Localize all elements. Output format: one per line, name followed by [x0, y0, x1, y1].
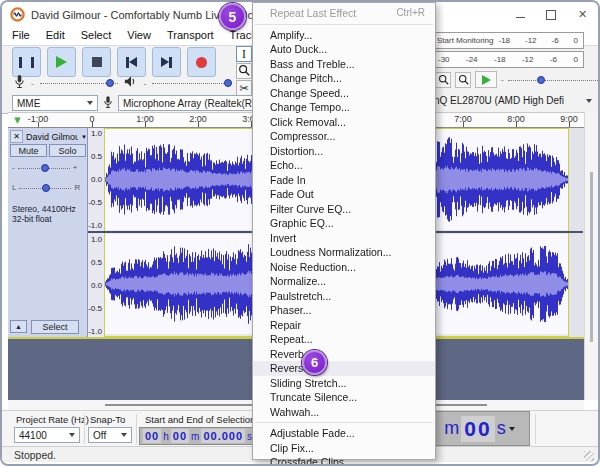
playback-device-dropdown[interactable]: nQ EL2870U (AMD High Defi	[434, 95, 592, 106]
menu-item-click-removal[interactable]: Click Removal...	[253, 115, 435, 130]
playback-volume-slider[interactable]	[152, 79, 232, 87]
speaker-icon	[124, 74, 138, 92]
menu-item-clip-fix[interactable]: Clip Fix...	[253, 441, 435, 456]
menu-item-change-speed[interactable]: Change Speed...	[253, 86, 435, 101]
record-button[interactable]	[187, 47, 216, 77]
menu-item-filter-curve-eq[interactable]: Filter Curve EQ...	[253, 202, 435, 217]
selection-tool-button[interactable]: I	[236, 46, 252, 62]
play-speed-slider[interactable]	[508, 76, 600, 84]
slider-thumb[interactable]	[224, 79, 232, 87]
menubar-item-view[interactable]: View	[119, 27, 159, 45]
menu-item-label: Clip Fix...	[270, 441, 314, 456]
mute-button[interactable]: Mute	[10, 144, 47, 157]
window-controls: ✕	[516, 2, 588, 27]
menu-item-fade-out[interactable]: Fade Out	[253, 187, 435, 202]
menu-item-phaser[interactable]: Phaser...	[253, 303, 435, 318]
maximize-button[interactable]	[546, 10, 556, 20]
menu-item-label: Amplify...	[270, 28, 312, 43]
slider-thumb[interactable]	[537, 76, 545, 84]
recording-volume-slider[interactable]	[40, 79, 118, 87]
menu-item-reverse[interactable]: Reverse	[253, 361, 435, 376]
stop-button[interactable]	[82, 47, 111, 77]
selection-start-time-field[interactable]: 00h00m00.000s	[139, 427, 264, 445]
menu-item-noise-reduction[interactable]: Noise Reduction...	[253, 260, 435, 275]
slider-thumb[interactable]	[42, 184, 50, 192]
menu-item-change-tempo[interactable]: Change Tempo...	[253, 100, 435, 115]
track-collapse-button[interactable]: ▲	[10, 320, 27, 333]
zoom-tool-button[interactable]	[236, 63, 252, 79]
menubar-item-select[interactable]: Select	[73, 27, 120, 45]
track-name[interactable]: David Gilmou	[26, 132, 78, 142]
slider-thumb[interactable]	[106, 79, 114, 87]
track-menu-arrow-icon[interactable]: ▼	[81, 134, 87, 140]
menu-item-sliding-stretch[interactable]: Sliding Stretch...	[253, 376, 435, 391]
close-button[interactable]: ✕	[577, 9, 588, 20]
menu-item-bass-and-treble[interactable]: Bass and Treble...	[253, 57, 435, 72]
meter-tick-label: -24	[466, 55, 478, 64]
playhead-pin-icon[interactable]: ▼	[13, 115, 22, 125]
menu-item-wahwah[interactable]: Wahwah...	[253, 405, 435, 420]
recording-device-dropdown[interactable]: Microphone Array (Realtek(R) Au	[118, 95, 252, 111]
menu-item-repair[interactable]: Repair	[253, 318, 435, 333]
menu-item-distortion[interactable]: Distortion...	[253, 144, 435, 159]
menubar-item-transport[interactable]: Transport	[159, 27, 222, 45]
scale-label: 0.5	[91, 152, 102, 161]
menu-item-crossfade-clips[interactable]: Crossfade Clips	[253, 455, 435, 466]
vertical-scrollbar[interactable]	[584, 112, 598, 400]
skip-to-start-button[interactable]	[117, 47, 146, 77]
audio-position-field[interactable]: m00s	[428, 411, 530, 446]
snap-to-dropdown[interactable]: Off	[88, 427, 132, 443]
skip-to-end-button[interactable]	[152, 47, 181, 77]
menu-item-truncate-silence[interactable]: Truncate Silence...	[253, 390, 435, 405]
project-rate-dropdown[interactable]: 44100	[14, 427, 80, 443]
track-pan-slider[interactable]: L R	[12, 183, 84, 192]
recording-device-value: Microphone Array (Realtek(R) Au	[123, 98, 252, 109]
playback-meter[interactable]: -30-24-18-12-60	[432, 51, 584, 68]
menu-item-label: Wahwah...	[270, 405, 319, 420]
menu-item-label: Change Speed...	[270, 86, 349, 101]
menubar-item-file[interactable]: File	[4, 27, 38, 45]
stop-icon	[92, 57, 102, 67]
vertical-scrollbar-thumb[interactable]	[590, 172, 593, 342]
menu-item-compressor[interactable]: Compressor...	[253, 129, 435, 144]
play-button[interactable]	[47, 47, 76, 77]
zoom-out-button[interactable]	[455, 72, 471, 88]
menubar-item-edit[interactable]: Edit	[38, 27, 73, 45]
menu-item-label: Change Pitch...	[270, 71, 342, 86]
track-close-button[interactable]: ✕	[10, 130, 23, 143]
menu-item-paulstretch[interactable]: Paulstretch...	[253, 289, 435, 304]
menu-item-graphic-eq[interactable]: Graphic EQ...	[253, 216, 435, 231]
resize-grip[interactable]	[584, 451, 594, 461]
minimize-button[interactable]	[516, 11, 525, 18]
scale-label: -0.5	[88, 198, 102, 207]
menu-item-label: Truncate Silence...	[270, 390, 357, 405]
menu-item-echo[interactable]: Echo...	[253, 158, 435, 173]
play-icon	[482, 75, 491, 85]
menu-item-change-pitch[interactable]: Change Pitch...	[253, 71, 435, 86]
slider-thumb[interactable]	[41, 164, 49, 172]
solo-button[interactable]: Solo	[49, 144, 86, 157]
menu-item-label: Compressor...	[270, 129, 335, 144]
menu-item-reverb[interactable]: Reverb...	[253, 347, 435, 362]
menu-item-amplify[interactable]: Amplify...	[253, 28, 435, 43]
recording-meter[interactable]: Start Monitoring -18-12-60	[432, 32, 584, 49]
menu-item-repeat-last-effect[interactable]: Repeat Last EffectCtrl+R	[253, 6, 435, 21]
menu-item-normalize[interactable]: Normalize...	[253, 274, 435, 289]
menu-item-fade-in[interactable]: Fade In	[253, 173, 435, 188]
audio-host-dropdown[interactable]: MME	[12, 95, 98, 111]
play-at-speed-button[interactable]	[475, 71, 497, 88]
menu-item-repeat[interactable]: Repeat...	[253, 332, 435, 347]
meter-tick-label: -12	[525, 36, 537, 45]
menu-item-auto-duck[interactable]: Auto Duck...	[253, 42, 435, 57]
menu-item-loudness-normalization[interactable]: Loudness Normalization...	[253, 245, 435, 260]
timeline-tick	[38, 122, 39, 127]
menu-item-invert[interactable]: Invert	[253, 231, 435, 246]
zoom-in-button[interactable]	[435, 72, 451, 88]
scale-label: 1.0	[91, 129, 102, 138]
recording-meter-scale: -18-12-60	[493, 36, 583, 45]
menu-item-adjustable-fade[interactable]: Adjustable Fade...	[253, 426, 435, 441]
pause-button[interactable]	[12, 47, 41, 77]
track-select-button[interactable]: Select	[31, 320, 79, 334]
track-gain-slider[interactable]: - +	[12, 163, 84, 172]
snap-to-label: Snap-To	[90, 414, 125, 425]
